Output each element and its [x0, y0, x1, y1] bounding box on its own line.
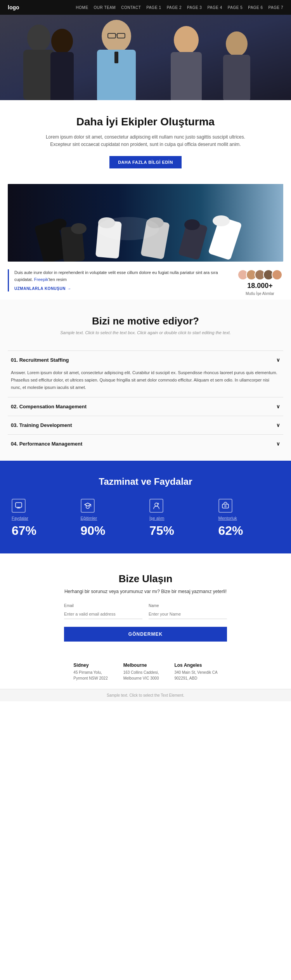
- ise-alim-icon: [149, 499, 163, 513]
- footer-text: Sample text. Click to select the Text El…: [107, 693, 184, 697]
- chevron-icon-4: ∨: [276, 441, 280, 447]
- contact-subtitle: Herhangi bir sorunuz veya yorumunuz var …: [12, 589, 279, 594]
- accordion: 01. Recruitment Staffing ∨ Answer. Lorem…: [0, 350, 291, 461]
- mentorluk-label: Mentorluk: [218, 516, 237, 520]
- contact-section: Bize Ulaşın Herhangi bir sorunuz veya yo…: [0, 553, 291, 653]
- intro-cta-button[interactable]: DAHA FAZLA BİLGİ EDİN: [109, 156, 182, 168]
- egitimler-icon: [81, 499, 95, 513]
- svg-point-19: [71, 223, 87, 234]
- office-addr-losangeles: 340 Main St, Venedik CA902291, ABD: [174, 670, 217, 681]
- navbar: logo HOME OUR TEAM CONTACT PAGE 1 PAGE 2…: [0, 0, 291, 15]
- send-button[interactable]: GÖNDERMEK: [64, 627, 227, 642]
- benefits-title: Tazminat ve Faydalar: [12, 476, 279, 487]
- benefit-egitimler: Eğitimler 90%: [81, 499, 142, 538]
- accordion-body-1: Answer. Lorem ipsum dolor sit amet, cons…: [8, 369, 283, 397]
- nav-page2[interactable]: PAGE 2: [167, 5, 182, 10]
- svg-point-13: [51, 29, 73, 54]
- office-addr-sidney: 45 Pirrama Yolu,Pyrmont NSW 2022: [73, 670, 107, 681]
- intro-section: Daha İyi Ekipler Oluşturma Lorem ipsum d…: [0, 100, 291, 176]
- accordion-label-2: 02. Compensation Management: [11, 404, 87, 409]
- svg-point-9: [174, 26, 199, 54]
- nav-page7[interactable]: PAGE 7: [268, 5, 283, 10]
- nav-page5[interactable]: PAGE 5: [228, 5, 242, 10]
- accordion-header-4[interactable]: 04. Performance Management ∨: [8, 435, 283, 453]
- email-field-container: Email: [64, 604, 142, 619]
- name-input[interactable]: [149, 609, 227, 619]
- svg-rect-2: [23, 50, 54, 100]
- svg-point-3: [102, 20, 131, 52]
- office-city-sidney: Sidney: [73, 663, 107, 668]
- faydalar-label: Faydalar: [12, 516, 28, 520]
- svg-rect-29: [16, 503, 22, 507]
- office-city-melbourne: Melbourne: [123, 663, 159, 668]
- nav-page6[interactable]: PAGE 6: [248, 5, 263, 10]
- email-label: Email: [64, 604, 142, 608]
- email-input[interactable]: [64, 609, 142, 619]
- nav-logo: logo: [8, 4, 19, 10]
- stats-paragraph: Duis aute irure dolor in reprehenderit i…: [14, 269, 229, 283]
- name-label: Name: [149, 604, 227, 608]
- motivate-subtitle: Sample text. Click to select the text bo…: [12, 330, 279, 335]
- office-city-losangeles: Los Angeles: [174, 663, 217, 668]
- contact-title: Bize Ulaşın: [12, 573, 279, 585]
- team-image-section: [0, 176, 291, 262]
- ise-alim-label: İşe alım: [149, 516, 165, 520]
- nav-our-team[interactable]: OUR TEAM: [94, 5, 116, 10]
- office-losangeles: Los Angeles 340 Main St, Venedik CA90229…: [174, 663, 217, 681]
- stats-label: Mutlu İşe Alımlar: [246, 291, 274, 296]
- mentorluk-percent: 62%: [218, 524, 243, 538]
- office-melbourne: Melbourne 163 Collins Caddesi,Melbourne …: [123, 663, 159, 681]
- arrow-icon: →: [67, 286, 71, 291]
- team-svg: [8, 184, 283, 262]
- intro-description: Lorem ipsum dolor sit amet, consectetur …: [37, 134, 254, 148]
- svg-rect-12: [223, 55, 250, 100]
- svg-rect-31: [222, 504, 229, 508]
- accordion-item-1: 01. Recruitment Staffing ∨ Answer. Lorem…: [8, 350, 283, 397]
- stats-number: 18.000+: [247, 282, 273, 290]
- nav-home[interactable]: HOME: [76, 5, 88, 10]
- ise-alim-percent: 75%: [149, 524, 174, 538]
- accordion-label-4: 04. Performance Management: [11, 441, 82, 447]
- nav-links: HOME OUR TEAM CONTACT PAGE 1 PAGE 2 PAGE…: [76, 5, 283, 10]
- nav-contact[interactable]: CONTACT: [121, 5, 141, 10]
- benefit-faydalar: Faydalar 67%: [12, 499, 73, 538]
- intro-title: Daha İyi Ekipler Oluşturma: [12, 116, 279, 128]
- nav-page1[interactable]: PAGE 1: [146, 5, 161, 10]
- svg-rect-8: [114, 52, 118, 63]
- accordion-label-1: 01. Recruitment Staffing: [11, 357, 69, 363]
- accordion-item-4: 04. Performance Management ∨: [8, 434, 283, 453]
- stats-text: Duis aute irure dolor in reprehenderit i…: [8, 269, 229, 291]
- chevron-icon-2: ∨: [276, 404, 280, 409]
- faydalar-percent: 67%: [12, 524, 36, 538]
- nav-page4[interactable]: PAGE 4: [207, 5, 222, 10]
- chevron-icon-1: ∨: [276, 357, 280, 363]
- form-row: Email Name: [64, 604, 227, 619]
- freepik-link[interactable]: Freepik: [34, 277, 48, 282]
- avatars-row: [237, 269, 282, 280]
- footer-note: Sample text. Click to select the Text El…: [0, 689, 291, 701]
- benefit-ise-alim: İşe alım 75%: [149, 499, 211, 538]
- accordion-item-3: 03. Training Development ∨: [8, 416, 283, 434]
- accordion-header-3[interactable]: 03. Training Development ∨: [8, 416, 283, 434]
- team-image-box: [8, 184, 283, 262]
- motivate-title: Bizi ne motive ediyor?: [12, 315, 279, 327]
- hero-svg: [0, 15, 291, 100]
- office-sidney: Sidney 45 Pirrama Yolu,Pyrmont NSW 2022: [73, 663, 107, 681]
- benefit-mentorluk: Mentorluk 62%: [218, 499, 280, 538]
- svg-point-1: [27, 24, 50, 52]
- nav-page3[interactable]: PAGE 3: [187, 5, 202, 10]
- hero-image: [0, 15, 291, 100]
- uzmanlar-label: UZMANLARLA KONUŞUN: [14, 286, 66, 291]
- svg-point-30: [155, 503, 158, 506]
- egitimler-label: Eğitimler: [81, 516, 97, 520]
- office-addr-melbourne: 163 Collins Caddesi,Melbourne VIC 3000: [123, 670, 159, 681]
- accordion-label-3: 03. Training Development: [11, 422, 72, 428]
- accordion-header-1[interactable]: 01. Recruitment Staffing ∨: [8, 351, 283, 369]
- motivate-section: Bizi ne motive ediyor? Sample text. Clic…: [0, 300, 291, 350]
- uzmanlar-link[interactable]: UZMANLARLA KONUŞUN →: [14, 286, 71, 291]
- chevron-icon-3: ∨: [276, 422, 280, 428]
- svg-rect-10: [171, 52, 202, 100]
- accordion-item-2: 02. Compensation Management ∨: [8, 397, 283, 416]
- accordion-header-2[interactable]: 02. Compensation Management ∨: [8, 397, 283, 416]
- svg-point-28: [97, 217, 159, 240]
